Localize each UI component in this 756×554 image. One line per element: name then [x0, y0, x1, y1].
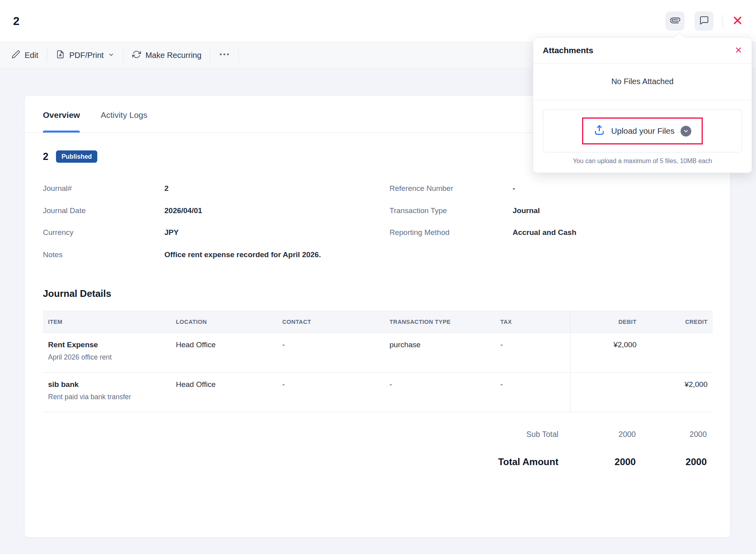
item-name: Rent Expense [48, 340, 176, 349]
table-row: sib bank Rent paid via bank transfer Hea… [43, 373, 713, 412]
total-amount-label: Total Amount [43, 456, 569, 467]
attachments-popover: Attachments No Files Attached Upload you… [533, 37, 752, 173]
top-header: 2 [0, 0, 756, 42]
page-title: 2 [13, 15, 19, 28]
field-label: Reference Number [390, 184, 513, 193]
chat-bubble-icon [699, 15, 709, 27]
column-header-contact: CONTACT [282, 311, 390, 333]
location-cell: Head Office [176, 373, 282, 412]
item-cell: Rent Expense April 2026 office rent [43, 333, 176, 372]
header-divider [723, 15, 723, 27]
total-amount-credit: 2000 [642, 456, 712, 467]
toolbar-separator [238, 48, 239, 62]
field-label: Journal# [43, 184, 164, 193]
field-value: Accrual and Cash [513, 228, 577, 237]
column-header-tax: TAX [500, 311, 570, 333]
status-badge: Published [56, 150, 97, 163]
table-header-row: ITEM LOCATION CONTACT TRANSACTION TYPE T… [43, 311, 713, 333]
file-pdf-icon [56, 50, 65, 61]
journal-details-heading: Journal Details [43, 288, 712, 299]
upload-icon [594, 124, 605, 138]
field-value: 2026/04/01 [164, 206, 202, 215]
popover-title: Attachments [543, 46, 593, 55]
popover-header: Attachments [533, 38, 752, 63]
upload-files-button[interactable]: Upload your Files [582, 117, 703, 144]
pdf-print-label: PDF/Print [69, 51, 104, 60]
tab-overview-label: Overview [43, 110, 80, 120]
field-label: Notes [43, 250, 164, 259]
journal-detail-screen: 2 Edit [0, 0, 756, 554]
debit-cell [570, 373, 643, 412]
field-currency: Currency JPY [43, 228, 378, 250]
close-page-button[interactable] [731, 15, 743, 27]
totals-section: Sub Total 2000 2000 Total Amount 2000 20… [43, 425, 712, 472]
field-value: 2 [164, 184, 169, 193]
more-actions-button[interactable] [219, 50, 230, 61]
transaction-type-cell: - [390, 373, 500, 412]
tab-activity-logs[interactable]: Activity Logs [100, 109, 147, 133]
fields-right-column: Reference Number - Transaction Type Jour… [378, 184, 577, 272]
make-recurring-label: Make Recurring [145, 51, 201, 60]
header-actions [665, 12, 743, 31]
field-value: Journal [513, 206, 540, 215]
upload-section: Upload your Files You can upload a maxim… [533, 100, 752, 173]
total-amount-row: Total Amount 2000 2000 [43, 452, 712, 472]
fields-left-column: Journal# 2 Journal Date 2026/04/01 Curre… [43, 184, 378, 272]
transaction-type-cell: purchase [390, 333, 500, 372]
column-header-location: LOCATION [176, 311, 282, 333]
contact-cell: - [282, 373, 390, 412]
pdf-print-button[interactable]: PDF/Print [56, 50, 114, 61]
journal-details-table: ITEM LOCATION CONTACT TRANSACTION TYPE T… [43, 311, 713, 412]
pencil-icon [12, 50, 20, 61]
item-description: April 2026 office rent [48, 353, 176, 362]
journal-number: 2 [43, 151, 48, 162]
comments-button[interactable] [694, 12, 714, 31]
active-tab-indicator [43, 131, 80, 133]
column-header-credit: CREDIT [643, 311, 713, 333]
tab-overview[interactable]: Overview [43, 109, 80, 133]
subtotal-label: Sub Total [43, 430, 569, 439]
attachments-button[interactable] [665, 12, 685, 31]
close-icon [732, 15, 743, 27]
item-cell: sib bank Rent paid via bank transfer [43, 373, 176, 412]
column-header-debit: DEBIT [570, 311, 643, 333]
upload-dropzone[interactable]: Upload your Files [543, 110, 742, 152]
field-label: Currency [43, 228, 164, 237]
column-header-transaction-type: TRANSACTION TYPE [390, 311, 500, 333]
credit-cell: ¥2,000 [643, 373, 713, 412]
popover-close-button[interactable] [735, 46, 742, 55]
field-value: Office rent expense recorded for April 2… [164, 250, 321, 259]
refresh-cycle-icon [132, 50, 141, 61]
total-amount-debit: 2000 [569, 456, 642, 467]
edit-button[interactable]: Edit [12, 50, 38, 61]
no-files-message: No Files Attached [533, 63, 752, 100]
field-reference-number: Reference Number - [390, 184, 577, 206]
field-journal-number: Journal# 2 [43, 184, 378, 206]
upload-hint: You can upload a maximum of 5 files, 10M… [543, 158, 742, 165]
table-row: Rent Expense April 2026 office rent Head… [43, 333, 713, 373]
credit-cell [643, 333, 713, 372]
edit-label: Edit [25, 51, 38, 60]
debit-cell: ¥2,000 [570, 333, 643, 372]
subtotal-row: Sub Total 2000 2000 [43, 425, 712, 443]
field-value: - [513, 184, 515, 193]
make-recurring-button[interactable]: Make Recurring [132, 50, 201, 61]
contact-cell: - [282, 333, 390, 372]
ellipsis-icon [219, 50, 230, 61]
field-label: Journal Date [43, 206, 164, 215]
paperclip-icon [670, 15, 680, 27]
field-label: Reporting Method [390, 228, 513, 237]
chevron-circle-icon[interactable] [681, 126, 691, 137]
field-label: Transaction Type [390, 206, 513, 215]
subtotal-debit: 2000 [569, 430, 642, 439]
field-value: JPY [164, 228, 179, 237]
field-journal-date: Journal Date 2026/04/01 [43, 206, 378, 229]
chevron-down-icon [108, 51, 114, 60]
location-cell: Head Office [176, 333, 282, 372]
item-name: sib bank [48, 380, 176, 389]
field-transaction-type: Transaction Type Journal [390, 206, 577, 229]
tab-activity-logs-label: Activity Logs [100, 110, 147, 120]
item-description: Rent paid via bank transfer [48, 393, 176, 401]
subtotal-credit: 2000 [642, 430, 712, 439]
field-reporting-method: Reporting Method Accrual and Cash [390, 228, 577, 250]
